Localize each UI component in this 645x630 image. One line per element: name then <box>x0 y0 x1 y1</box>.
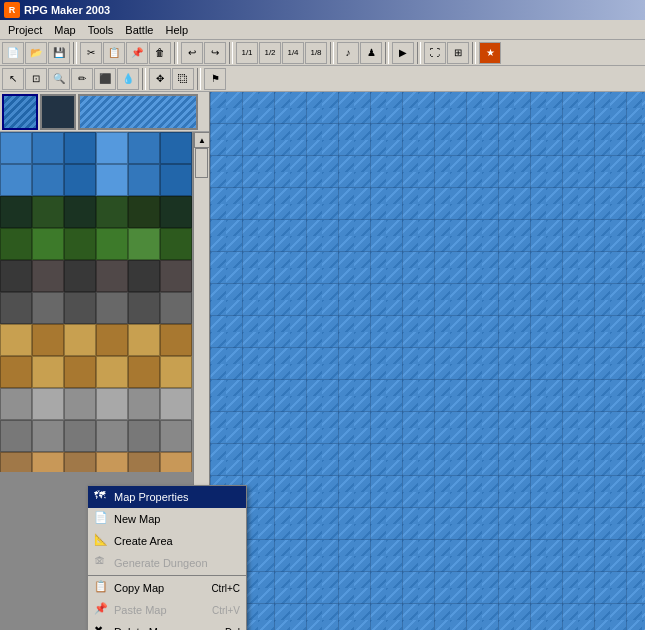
tile-9-0[interactable] <box>0 420 32 452</box>
tile-0-3[interactable] <box>96 132 128 164</box>
btn-open[interactable]: 📂 <box>25 42 47 64</box>
tile-9-1[interactable] <box>32 420 64 452</box>
btn-scale-4[interactable]: 1/4 <box>282 42 304 64</box>
tile-6-3[interactable] <box>96 324 128 356</box>
tile-5-3[interactable] <box>96 292 128 324</box>
tile-9-3[interactable] <box>96 420 128 452</box>
ctx-item-copy-map[interactable]: 📋Copy MapCtrl+C <box>88 577 246 599</box>
tile-5-1[interactable] <box>32 292 64 324</box>
tile-3-2[interactable] <box>64 228 96 260</box>
tile-8-5[interactable] <box>160 388 192 420</box>
ctx-item-delete-map[interactable]: ✖Delete MapDel <box>88 621 246 630</box>
scrollbar-thumb[interactable] <box>195 148 208 178</box>
tile-10-0[interactable] <box>0 452 32 472</box>
ctx-item-create-area[interactable]: 📐Create Area <box>88 530 246 552</box>
tile-3-3[interactable] <box>96 228 128 260</box>
tile-8-0[interactable] <box>0 388 32 420</box>
tile-1-4[interactable] <box>128 164 160 196</box>
btn-move[interactable]: ✥ <box>149 68 171 90</box>
tile-2-2[interactable] <box>64 196 96 228</box>
tile-1-5[interactable] <box>160 164 192 196</box>
tile-5-5[interactable] <box>160 292 192 324</box>
tile-4-0[interactable] <box>0 260 32 292</box>
tile-2-1[interactable] <box>32 196 64 228</box>
tile-preview-3[interactable] <box>78 94 198 130</box>
menu-tools[interactable]: Tools <box>82 22 120 38</box>
tile-4-5[interactable] <box>160 260 192 292</box>
tile-0-0[interactable] <box>0 132 32 164</box>
btn-event[interactable]: ⚑ <box>204 68 226 90</box>
btn-scale-8[interactable]: 1/8 <box>305 42 327 64</box>
tile-4-4[interactable] <box>128 260 160 292</box>
tile-3-1[interactable] <box>32 228 64 260</box>
tile-4-2[interactable] <box>64 260 96 292</box>
tile-2-0[interactable] <box>0 196 32 228</box>
tile-6-2[interactable] <box>64 324 96 356</box>
tile-8-4[interactable] <box>128 388 160 420</box>
tile-6-4[interactable] <box>128 324 160 356</box>
btn-scale-2[interactable]: 1/2 <box>259 42 281 64</box>
btn-special[interactable]: ★ <box>479 42 501 64</box>
tile-2-4[interactable] <box>128 196 160 228</box>
tile-0-1[interactable] <box>32 132 64 164</box>
btn-zoom-tool[interactable]: 🔍 <box>48 68 70 90</box>
btn-play[interactable]: ▶ <box>392 42 414 64</box>
btn-cut[interactable]: ✂ <box>80 42 102 64</box>
tile-5-4[interactable] <box>128 292 160 324</box>
tile-9-4[interactable] <box>128 420 160 452</box>
tile-7-5[interactable] <box>160 356 192 388</box>
tile-3-5[interactable] <box>160 228 192 260</box>
tile-10-2[interactable] <box>64 452 96 472</box>
menu-map[interactable]: Map <box>48 22 81 38</box>
scrollbar-up[interactable]: ▲ <box>194 132 210 148</box>
tile-9-2[interactable] <box>64 420 96 452</box>
tile-6-5[interactable] <box>160 324 192 356</box>
tile-4-1[interactable] <box>32 260 64 292</box>
btn-scale-1[interactable]: 1/1 <box>236 42 258 64</box>
btn-music[interactable]: ♪ <box>337 42 359 64</box>
btn-copy[interactable]: 📋 <box>103 42 125 64</box>
tile-preview-2[interactable] <box>40 94 76 130</box>
tile-5-0[interactable] <box>0 292 32 324</box>
tile-6-1[interactable] <box>32 324 64 356</box>
tile-3-0[interactable] <box>0 228 32 260</box>
tile-1-2[interactable] <box>64 164 96 196</box>
tile-3-4[interactable] <box>128 228 160 260</box>
tile-10-3[interactable] <box>96 452 128 472</box>
tile-7-2[interactable] <box>64 356 96 388</box>
tile-9-5[interactable] <box>160 420 192 452</box>
menu-help[interactable]: Help <box>159 22 194 38</box>
tile-8-3[interactable] <box>96 388 128 420</box>
ctx-item-new-map[interactable]: 📄New Map <box>88 508 246 530</box>
tile-10-4[interactable] <box>128 452 160 472</box>
btn-redo[interactable]: ↪ <box>204 42 226 64</box>
btn-pencil[interactable]: ✏ <box>71 68 93 90</box>
tile-2-3[interactable] <box>96 196 128 228</box>
btn-rect-select[interactable]: ⊡ <box>25 68 47 90</box>
tile-7-4[interactable] <box>128 356 160 388</box>
btn-run[interactable]: ♟ <box>360 42 382 64</box>
btn-paste[interactable]: 📌 <box>126 42 148 64</box>
btn-grid[interactable]: ⊞ <box>447 42 469 64</box>
tile-0-5[interactable] <box>160 132 192 164</box>
tile-6-0[interactable] <box>0 324 32 356</box>
tile-8-1[interactable] <box>32 388 64 420</box>
tile-10-5[interactable] <box>160 452 192 472</box>
btn-undo[interactable]: ↩ <box>181 42 203 64</box>
tile-1-3[interactable] <box>96 164 128 196</box>
tile-7-1[interactable] <box>32 356 64 388</box>
tile-1-1[interactable] <box>32 164 64 196</box>
tile-10-1[interactable] <box>32 452 64 472</box>
btn-delete[interactable]: 🗑 <box>149 42 171 64</box>
tile-4-3[interactable] <box>96 260 128 292</box>
btn-fullscreen[interactable]: ⛶ <box>424 42 446 64</box>
tile-5-2[interactable] <box>64 292 96 324</box>
tile-0-4[interactable] <box>128 132 160 164</box>
btn-copy-tool[interactable]: ⿻ <box>172 68 194 90</box>
btn-new[interactable]: 📄 <box>2 42 24 64</box>
ctx-item-map-properties[interactable]: 🗺Map Properties <box>88 486 246 508</box>
tile-7-3[interactable] <box>96 356 128 388</box>
tile-8-2[interactable] <box>64 388 96 420</box>
tile-1-0[interactable] <box>0 164 32 196</box>
btn-select-tool[interactable]: ↖ <box>2 68 24 90</box>
